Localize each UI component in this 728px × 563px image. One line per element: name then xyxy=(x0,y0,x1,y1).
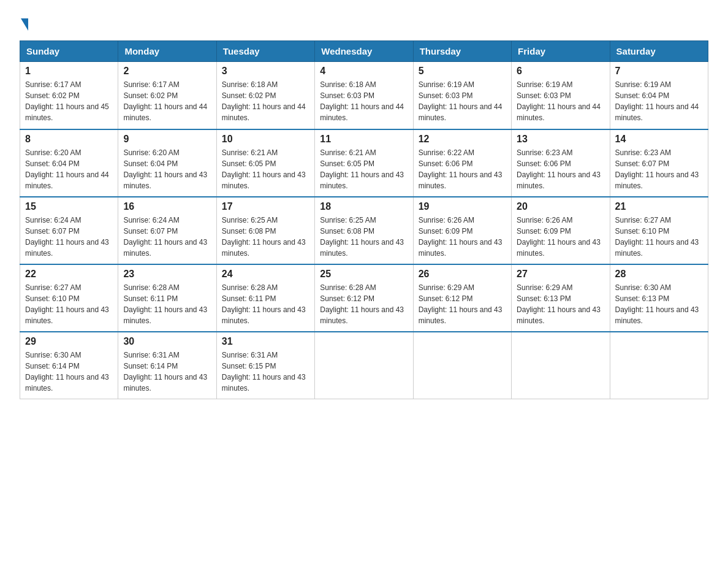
day-info: Sunrise: 6:29 AMSunset: 6:12 PMDaylight:… xyxy=(419,283,502,325)
day-number: 19 xyxy=(419,201,506,212)
day-info: Sunrise: 6:20 AMSunset: 6:04 PMDaylight:… xyxy=(123,148,207,190)
calendar-cell: 26 Sunrise: 6:29 AMSunset: 6:12 PMDaylig… xyxy=(413,264,511,332)
calendar-cell: 10 Sunrise: 6:21 AMSunset: 6:05 PMDaylig… xyxy=(216,129,314,197)
day-info: Sunrise: 6:25 AMSunset: 6:08 PMDaylight:… xyxy=(222,216,306,258)
day-info: Sunrise: 6:22 AMSunset: 6:06 PMDaylight:… xyxy=(419,148,502,190)
calendar-cell: 7 Sunrise: 6:19 AMSunset: 6:04 PMDayligh… xyxy=(610,62,708,129)
calendar-week-row: 29 Sunrise: 6:30 AMSunset: 6:14 PMDaylig… xyxy=(20,332,708,399)
calendar-cell: 12 Sunrise: 6:22 AMSunset: 6:06 PMDaylig… xyxy=(413,129,511,197)
calendar-week-row: 15 Sunrise: 6:24 AMSunset: 6:07 PMDaylig… xyxy=(20,197,708,264)
calendar-cell: 21 Sunrise: 6:27 AMSunset: 6:10 PMDaylig… xyxy=(610,197,708,264)
day-number: 2 xyxy=(123,66,211,77)
day-info: Sunrise: 6:21 AMSunset: 6:05 PMDaylight:… xyxy=(222,148,306,190)
day-info: Sunrise: 6:18 AMSunset: 6:02 PMDaylight:… xyxy=(222,80,306,122)
day-header-thursday: Thursday xyxy=(413,41,511,62)
day-info: Sunrise: 6:18 AMSunset: 6:03 PMDaylight:… xyxy=(320,80,404,122)
calendar-cell: 27 Sunrise: 6:29 AMSunset: 6:13 PMDaylig… xyxy=(512,264,610,332)
day-number: 16 xyxy=(123,201,211,212)
day-number: 31 xyxy=(222,336,309,347)
day-info: Sunrise: 6:24 AMSunset: 6:07 PMDaylight:… xyxy=(25,216,109,258)
calendar-cell xyxy=(610,332,708,399)
day-number: 12 xyxy=(419,134,506,145)
day-number: 11 xyxy=(320,134,408,145)
calendar-week-row: 1 Sunrise: 6:17 AMSunset: 6:02 PMDayligh… xyxy=(20,62,708,129)
calendar-cell: 24 Sunrise: 6:28 AMSunset: 6:11 PMDaylig… xyxy=(216,264,314,332)
calendar-header-row: SundayMondayTuesdayWednesdayThursdayFrid… xyxy=(20,41,708,62)
day-number: 21 xyxy=(615,201,703,212)
day-number: 29 xyxy=(25,336,113,347)
calendar-cell xyxy=(413,332,511,399)
day-info: Sunrise: 6:19 AMSunset: 6:03 PMDaylight:… xyxy=(517,80,601,122)
day-info: Sunrise: 6:27 AMSunset: 6:10 PMDaylight:… xyxy=(25,283,109,325)
day-number: 24 xyxy=(222,269,309,280)
calendar-cell: 13 Sunrise: 6:23 AMSunset: 6:06 PMDaylig… xyxy=(512,129,610,197)
day-info: Sunrise: 6:28 AMSunset: 6:12 PMDaylight:… xyxy=(320,283,404,325)
day-number: 28 xyxy=(615,269,703,280)
page-header xyxy=(20,15,708,31)
day-info: Sunrise: 6:21 AMSunset: 6:05 PMDaylight:… xyxy=(320,148,404,190)
calendar-cell: 17 Sunrise: 6:25 AMSunset: 6:08 PMDaylig… xyxy=(216,197,314,264)
calendar-cell: 23 Sunrise: 6:28 AMSunset: 6:11 PMDaylig… xyxy=(118,264,216,332)
day-number: 4 xyxy=(320,66,408,77)
day-number: 9 xyxy=(123,134,211,145)
day-header-saturday: Saturday xyxy=(610,41,708,62)
calendar-cell: 1 Sunrise: 6:17 AMSunset: 6:02 PMDayligh… xyxy=(20,62,118,129)
calendar-cell: 11 Sunrise: 6:21 AMSunset: 6:05 PMDaylig… xyxy=(315,129,413,197)
calendar-cell: 16 Sunrise: 6:24 AMSunset: 6:07 PMDaylig… xyxy=(118,197,216,264)
day-number: 25 xyxy=(320,269,408,280)
day-info: Sunrise: 6:19 AMSunset: 6:03 PMDaylight:… xyxy=(419,80,502,122)
calendar-cell: 29 Sunrise: 6:30 AMSunset: 6:14 PMDaylig… xyxy=(20,332,118,399)
day-header-wednesday: Wednesday xyxy=(315,41,413,62)
day-info: Sunrise: 6:30 AMSunset: 6:13 PMDaylight:… xyxy=(615,283,699,325)
day-info: Sunrise: 6:26 AMSunset: 6:09 PMDaylight:… xyxy=(419,216,502,258)
calendar-cell: 31 Sunrise: 6:31 AMSunset: 6:15 PMDaylig… xyxy=(216,332,314,399)
calendar-cell xyxy=(315,332,413,399)
calendar-cell: 28 Sunrise: 6:30 AMSunset: 6:13 PMDaylig… xyxy=(610,264,708,332)
day-info: Sunrise: 6:25 AMSunset: 6:08 PMDaylight:… xyxy=(320,216,404,258)
day-header-monday: Monday xyxy=(118,41,216,62)
day-info: Sunrise: 6:27 AMSunset: 6:10 PMDaylight:… xyxy=(615,216,699,258)
calendar-table: SundayMondayTuesdayWednesdayThursdayFrid… xyxy=(20,40,708,399)
day-info: Sunrise: 6:28 AMSunset: 6:11 PMDaylight:… xyxy=(222,283,306,325)
day-number: 20 xyxy=(517,201,604,212)
day-info: Sunrise: 6:23 AMSunset: 6:07 PMDaylight:… xyxy=(615,148,699,190)
day-number: 3 xyxy=(222,66,309,77)
day-info: Sunrise: 6:17 AMSunset: 6:02 PMDaylight:… xyxy=(123,80,207,122)
logo xyxy=(20,15,28,31)
logo-text xyxy=(20,15,28,31)
day-number: 23 xyxy=(123,269,211,280)
calendar-cell xyxy=(512,332,610,399)
calendar-cell: 25 Sunrise: 6:28 AMSunset: 6:12 PMDaylig… xyxy=(315,264,413,332)
calendar-cell: 15 Sunrise: 6:24 AMSunset: 6:07 PMDaylig… xyxy=(20,197,118,264)
calendar-cell: 9 Sunrise: 6:20 AMSunset: 6:04 PMDayligh… xyxy=(118,129,216,197)
day-number: 14 xyxy=(615,134,703,145)
day-info: Sunrise: 6:28 AMSunset: 6:11 PMDaylight:… xyxy=(123,283,207,325)
day-info: Sunrise: 6:31 AMSunset: 6:15 PMDaylight:… xyxy=(222,351,306,393)
calendar-cell: 2 Sunrise: 6:17 AMSunset: 6:02 PMDayligh… xyxy=(118,62,216,129)
day-number: 1 xyxy=(25,66,113,77)
day-number: 15 xyxy=(25,201,113,212)
calendar-cell: 14 Sunrise: 6:23 AMSunset: 6:07 PMDaylig… xyxy=(610,129,708,197)
calendar-cell: 19 Sunrise: 6:26 AMSunset: 6:09 PMDaylig… xyxy=(413,197,511,264)
day-info: Sunrise: 6:24 AMSunset: 6:07 PMDaylight:… xyxy=(123,216,207,258)
calendar-cell: 4 Sunrise: 6:18 AMSunset: 6:03 PMDayligh… xyxy=(315,62,413,129)
day-info: Sunrise: 6:29 AMSunset: 6:13 PMDaylight:… xyxy=(517,283,601,325)
day-info: Sunrise: 6:31 AMSunset: 6:14 PMDaylight:… xyxy=(123,351,207,393)
day-number: 22 xyxy=(25,269,113,280)
day-header-tuesday: Tuesday xyxy=(216,41,314,62)
day-info: Sunrise: 6:17 AMSunset: 6:02 PMDaylight:… xyxy=(25,80,109,122)
day-number: 6 xyxy=(517,66,604,77)
day-number: 18 xyxy=(320,201,408,212)
day-info: Sunrise: 6:30 AMSunset: 6:14 PMDaylight:… xyxy=(25,351,109,393)
logo-icon xyxy=(20,15,28,31)
day-info: Sunrise: 6:19 AMSunset: 6:04 PMDaylight:… xyxy=(615,80,699,122)
day-info: Sunrise: 6:20 AMSunset: 6:04 PMDaylight:… xyxy=(25,148,109,190)
calendar-cell: 18 Sunrise: 6:25 AMSunset: 6:08 PMDaylig… xyxy=(315,197,413,264)
day-info: Sunrise: 6:26 AMSunset: 6:09 PMDaylight:… xyxy=(517,216,601,258)
day-number: 8 xyxy=(25,134,113,145)
day-number: 30 xyxy=(123,336,211,347)
calendar-cell: 3 Sunrise: 6:18 AMSunset: 6:02 PMDayligh… xyxy=(216,62,314,129)
day-header-sunday: Sunday xyxy=(20,41,118,62)
calendar-cell: 20 Sunrise: 6:26 AMSunset: 6:09 PMDaylig… xyxy=(512,197,610,264)
day-info: Sunrise: 6:23 AMSunset: 6:06 PMDaylight:… xyxy=(517,148,601,190)
